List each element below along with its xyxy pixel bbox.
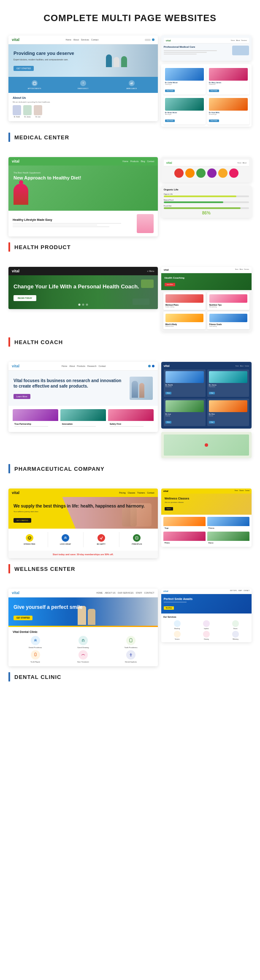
section-label-health-product: HEALTH PRODUCT xyxy=(8,242,252,252)
principles-label: PRINCIPLES xyxy=(121,543,153,545)
dc-side-link: CONTACT xyxy=(244,590,249,592)
ph-card-image xyxy=(13,409,58,421)
ph-doc-photo xyxy=(209,371,247,383)
ph-card: Innovation xyxy=(60,409,106,429)
team-btn[interactable]: View Profile xyxy=(165,90,175,92)
ph-side-preview: vital Home About Contact Dr. Smith Resea… xyxy=(161,362,252,458)
wc-nav: vital Pricing Classes Trainers Contact xyxy=(8,489,158,497)
team-role: Dermatologist xyxy=(209,114,248,115)
service-label: Tooth Prosthetics xyxy=(108,646,153,649)
hc-card-text: Goal tracking xyxy=(209,326,247,327)
ph-side-link: Home xyxy=(236,365,239,367)
ph-hero-btn[interactable]: Learn More xyxy=(14,394,30,399)
dc-hero-btn[interactable]: GET STARTED xyxy=(14,616,32,620)
ph-side-doctors-section: vital Home About Contact Dr. Smith Resea… xyxy=(161,362,252,429)
health-product-preview-grid: vital Home Products Blog Contact The Bes… xyxy=(8,157,252,236)
team-btn[interactable]: View Profile xyxy=(209,90,219,92)
wc-promo: Start today and save: 30-day memberships… xyxy=(8,551,158,558)
hc-hero: Change Your Life With a Personal Health … xyxy=(8,275,158,309)
wc-side-link: Contact xyxy=(245,490,249,492)
ph-card-image xyxy=(108,409,154,421)
hc-card-text: Diet planning xyxy=(209,306,247,308)
dc-nav: vital HOME ABOUT US OUR SERVICES STAFF C… xyxy=(8,589,158,597)
stat-big-number: 86% xyxy=(164,211,249,215)
emergency-icon: + xyxy=(80,80,86,86)
wc-side-hero-btn[interactable]: Explore xyxy=(165,507,173,510)
view-btn[interactable]: View xyxy=(165,392,171,394)
hp-nav-link: Home xyxy=(122,160,128,163)
dc-side-service: Implants xyxy=(192,620,220,630)
hp-bottom-text: Healthy Lifestyle Made Easy xyxy=(13,218,133,229)
figure2 xyxy=(139,383,144,398)
dc-side-service: Whitening xyxy=(222,631,249,640)
emergency-label: EMERGENCY xyxy=(60,87,106,90)
wc-hero-sub: Your wellness journey starts here xyxy=(14,510,145,513)
text-line xyxy=(164,602,187,603)
dc-side-logo: vital xyxy=(163,590,168,592)
medical-team-grid: Dr. Collin Wood Cardiologist View Profil… xyxy=(161,64,252,127)
dc-services: Vital Dental Clinic Dental Prosthesis xyxy=(8,627,158,666)
hc-card-image xyxy=(165,314,203,322)
hp-hero-figure xyxy=(14,184,28,205)
service-label: Dental Prosthesis xyxy=(13,646,58,649)
doc-name: Dr. Lee xyxy=(34,116,42,118)
hc-menu-icon[interactable]: ≡ Menu xyxy=(147,270,154,272)
doc-card: Dr. Lee xyxy=(34,105,42,118)
hc-nav: vital ≡ Menu xyxy=(8,267,158,275)
hc-side-btn[interactable]: Learn More xyxy=(165,283,175,286)
hc-card: Nutrition Tips Diet planning xyxy=(207,292,249,310)
dc-side-link: EDIT TOPIC xyxy=(230,590,237,592)
team-btn[interactable]: View Profile xyxy=(209,119,219,122)
view-btn[interactable]: View xyxy=(209,421,215,423)
team-photo xyxy=(165,68,204,81)
dc-side-btn[interactable]: Book Now xyxy=(164,606,174,610)
person-shape-white xyxy=(114,57,119,67)
ph-nav: vital Home About Products Research Conta… xyxy=(8,362,158,371)
section-medical-center: vital Home About Services Contact xyxy=(8,35,252,142)
pharmaceutical-preview-grid: vital Home About Products Research Conta… xyxy=(8,362,252,458)
dc-nav-link: STAFF xyxy=(135,592,142,594)
view-btn[interactable]: View xyxy=(209,392,215,394)
svg-rect-5 xyxy=(132,82,133,83)
hc-card: Fitness Goals Goal tracking xyxy=(207,312,249,329)
food-decor xyxy=(141,280,154,288)
medical-hero-btn[interactable]: GET STARTED xyxy=(14,66,34,71)
doc-name: Dr. Smith xyxy=(13,116,21,118)
dc-services-row1: Dental Prosthesis Canal Cleaning xyxy=(13,636,154,649)
calendar-icon xyxy=(32,80,38,86)
wc-side-hero-sub: Join our premium classes xyxy=(165,501,248,503)
ph-doc-role: Director xyxy=(209,415,247,417)
medical-hero-sub: Expert doctors, modern facilities, and c… xyxy=(14,58,74,61)
medical-hero-image xyxy=(76,44,158,77)
team-btn[interactable]: View Profile xyxy=(165,119,175,122)
page-title: COMPLETE MULTI PAGE WEBSITES xyxy=(8,13,252,24)
hc-card-text: Wellness focus xyxy=(165,326,203,327)
hc-hero-btn[interactable]: BEGIN TODAY xyxy=(14,295,36,301)
medical-icons-row: APPOINTMENTS + EMERGENCY AMBULANCE xyxy=(8,77,158,93)
cleaning-icon xyxy=(203,631,210,638)
wc-hero-content: We supply the best things in life: healt… xyxy=(14,503,145,523)
dc-side-links: EDIT TOPIC STAFF CONTACT xyxy=(230,590,249,592)
view-btn[interactable]: View xyxy=(165,421,171,423)
wc-promo-text: Start today and save: 30-day memberships… xyxy=(13,553,154,556)
ph-hero-title: Vital focuses its business on research a… xyxy=(14,378,126,389)
ph-main-preview: vital Home About Products Research Conta… xyxy=(8,362,158,432)
dc-side-hero-content: Perfect Smile Awaits Book Now xyxy=(164,597,192,610)
hp-side-links: Home About xyxy=(238,162,247,164)
person-shape-blue xyxy=(106,54,112,67)
medical-hero-text: Providing care you deserve Expert doctor… xyxy=(14,50,74,71)
dc-service-repair: Tooth Repair xyxy=(13,650,58,663)
text-line xyxy=(14,426,48,427)
wc-side-classes: Yoga Fitness Pilates xyxy=(161,515,252,547)
dc-side-hero: Perfect Smile Awaits Book Now xyxy=(161,594,252,614)
dc-service-implants: Dental Implants xyxy=(108,650,153,663)
ph-nav-link: Products xyxy=(77,365,85,367)
dc-side-services-title: Our Services xyxy=(163,616,249,618)
wc-hero-btn[interactable]: GET STARTED xyxy=(14,518,31,523)
ph-doc-photo xyxy=(165,371,204,383)
service-label: Tooth Repair xyxy=(13,661,58,663)
wc-class-dance: Dance xyxy=(207,532,249,545)
wc-class-grid: Yoga Fitness Pilates xyxy=(163,517,249,545)
side-hero-title: Professional Medical Care xyxy=(164,46,230,49)
section-label-text: PHARMACEUTICAL COMPANY xyxy=(14,466,105,472)
